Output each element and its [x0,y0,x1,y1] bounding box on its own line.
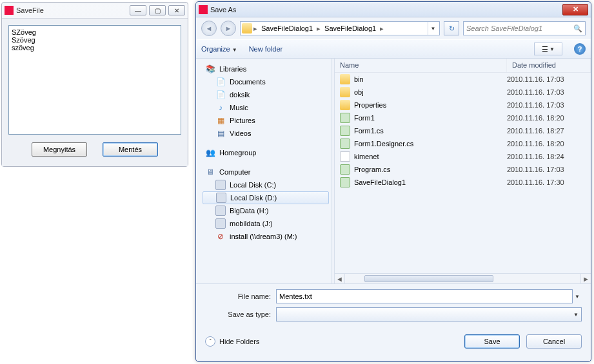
filename-dropdown[interactable]: ▼ [573,294,582,300]
tree-disk-h[interactable]: BigData (H:) [203,204,329,217]
file-name: Form1 [354,114,375,122]
file-name: Properties [354,101,386,109]
file-date: 2010.11.16. 18:27 [507,127,586,135]
file-row[interactable]: Form12010.11.16. 18:20 [335,111,591,124]
homegroup-icon: 👥 [205,148,215,158]
tree-music[interactable]: ♪Music [203,101,329,114]
app-icon [5,6,14,15]
view-options-button[interactable]: ☰ ▼ [534,43,562,55]
nav-tree: 📚Libraries 📄Documents 📄doksik ♪Music ▦Pi… [196,59,332,283]
tree-computer[interactable]: 🖥Computer [203,166,329,178]
save-as-dialog: Save As ✕ ◄ ► ▸ SaveFileDialog1 ▸ SaveFi… [195,1,591,362]
chevron-up-icon: ˄ [205,336,215,347]
file-row[interactable]: obj2010.11.16. 17:03 [335,86,591,99]
tree-disk-d[interactable]: Local Disk (D:) [203,191,329,204]
parent-titlebar[interactable]: SaveFile — ▢ ✕ [2,3,188,18]
tree-videos[interactable]: ▤Videos [203,127,329,140]
open-button[interactable]: Megnyitás [32,142,87,157]
dialog-close-button[interactable]: ✕ [562,4,588,15]
tree-pictures[interactable]: ▦Pictures [203,114,329,127]
save-button[interactable]: Mentés [103,142,158,157]
tree-doksik[interactable]: 📄doksik [203,88,329,101]
file-name: Program.cs [354,166,390,173]
tree-documents[interactable]: 📄Documents [203,75,329,88]
tree-disk-j[interactable]: mobildata (J:) [203,217,329,230]
hide-folders-toggle[interactable]: ˄ Hide Folders [205,336,259,347]
tree-network-drive[interactable]: ⊘install (\\dream3) (M:) [203,230,329,243]
disk-icon [216,193,226,203]
folder-icon [340,100,350,110]
file-date: 2010.11.16. 17:03 [507,88,586,96]
scroll-thumb[interactable] [364,275,493,282]
column-name-header[interactable]: Name [335,59,507,72]
search-icon: 🔍 [573,24,582,33]
help-button[interactable]: ? [574,43,586,55]
tree-disk-c[interactable]: Local Disk (C:) [203,178,329,191]
documents-icon: 📄 [215,90,226,100]
txt-icon [340,151,350,162]
column-date-header[interactable]: Date modified [507,59,591,72]
maximize-button[interactable]: ▢ [149,5,166,15]
cancel-button[interactable]: Cancel [526,334,582,349]
address-bar[interactable]: ▸ SaveFileDialog1 ▸ SaveFileDialog1 ▸ ▼ [240,21,440,35]
file-row[interactable]: Properties2010.11.16. 17:03 [335,99,591,111]
computer-icon: 🖥 [205,167,215,177]
address-dropdown[interactable]: ▼ [428,22,438,35]
file-row[interactable]: SaveFileDialog12010.11.16. 17:30 [335,176,591,189]
breadcrumb-segment[interactable]: SaveFileDialog1 [259,23,315,34]
file-row[interactable]: Form1.Designer.cs2010.11.16. 18:20 [335,137,591,150]
tree-libraries[interactable]: 📚Libraries [203,62,329,75]
nav-forward-button[interactable]: ► [221,21,236,36]
file-row[interactable]: Program.cs2010.11.16. 17:03 [335,163,591,176]
file-name: Form1.Designer.cs [354,140,413,148]
new-folder-button[interactable]: New folder [249,45,283,53]
file-date: 2010.11.16. 18:20 [507,140,586,148]
cs-icon [340,164,350,175]
dialog-icon [199,5,208,14]
cs-icon [340,139,350,149]
filename-input[interactable] [276,289,573,303]
file-date: 2010.11.16. 18:24 [507,153,586,160]
file-row[interactable]: bin2010.11.16. 17:03 [335,73,591,86]
text-editor[interactable]: SZöveg Szöveg szöveg [8,25,181,135]
refresh-button[interactable]: ↻ [444,21,459,35]
parent-window: SaveFile — ▢ ✕ SZöveg Szöveg szöveg Megn… [1,2,188,167]
search-input[interactable]: Search SaveFileDialog1 🔍 [463,21,586,35]
cs-icon [340,177,350,187]
nav-back-button[interactable]: ◄ [201,21,217,36]
file-row[interactable]: kimenet2010.11.16. 18:24 [335,150,591,163]
chevron-right-icon[interactable]: ▸ [253,24,257,33]
documents-icon: 📄 [215,77,226,87]
chevron-right-icon[interactable]: ▸ [317,24,321,33]
saveas-titlebar[interactable]: Save As ✕ [196,2,591,17]
minimize-button[interactable]: — [130,5,146,15]
file-date: 2010.11.16. 17:03 [507,166,586,173]
saveas-title: Save As [210,6,562,14]
cs-icon [340,113,350,123]
save-button[interactable]: Save [464,334,520,349]
libraries-icon: 📚 [205,64,215,74]
file-date: 2010.11.16. 17:03 [507,101,586,109]
organize-menu[interactable]: Organize ▼ [201,45,237,53]
filetype-combo[interactable]: ▼ [276,307,582,321]
file-date: 2010.11.16. 18:20 [507,114,586,122]
file-date: 2010.11.16. 17:30 [507,178,586,186]
horizontal-scrollbar[interactable]: ◄ ► [335,273,591,283]
filetype-label: Save as type: [205,311,276,318]
file-date: 2010.11.16. 17:03 [507,75,586,83]
tree-homegroup[interactable]: 👥Homegroup [203,146,329,159]
chevron-right-icon[interactable]: ▸ [380,24,384,33]
scroll-right-arrow[interactable]: ► [580,274,591,284]
close-button[interactable]: ✕ [168,5,185,15]
videos-icon: ▤ [215,128,226,139]
breadcrumb-segment[interactable]: SaveFileDialog1 [322,23,379,34]
filename-label: File name: [205,292,276,300]
file-row[interactable]: Form1.cs2010.11.16. 18:27 [335,124,591,137]
scroll-left-arrow[interactable]: ◄ [335,274,345,284]
folder-icon [242,23,252,34]
file-list: Name Date modified bin2010.11.16. 17:03o… [335,59,591,283]
file-name: bin [354,75,364,83]
file-name: obj [354,88,364,96]
cs-icon [340,126,350,136]
disk-icon [215,206,226,216]
